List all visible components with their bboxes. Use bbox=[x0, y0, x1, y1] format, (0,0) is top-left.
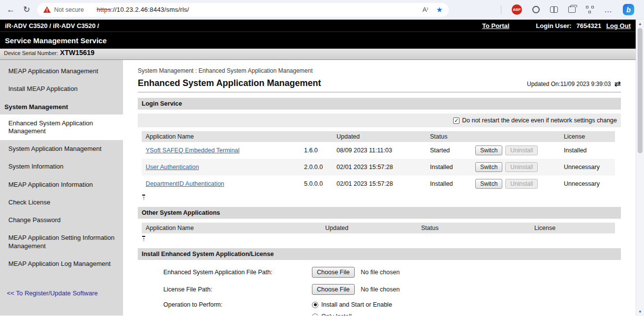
favorite-star-icon[interactable]: ★ bbox=[436, 5, 443, 14]
table-row-departmentid-authentication: DepartmentID Authentication 5.0.0.0 02/0… bbox=[142, 175, 615, 192]
app-status: Installed bbox=[426, 180, 471, 187]
column-header-actions bbox=[471, 131, 560, 142]
browser-menu-icon[interactable]: … bbox=[604, 5, 613, 14]
app-license: Unnecessary bbox=[560, 164, 615, 171]
update-refresh-icon[interactable]: ⇄ bbox=[614, 79, 621, 88]
main-content: System Management : Enhanced System Appl… bbox=[123, 60, 636, 316]
serial-value: XTW15619 bbox=[60, 49, 94, 57]
table-row-user-authentication: User Authentication 2.0.0.0 02/01 2023 1… bbox=[142, 159, 615, 175]
refresh-button[interactable]: ↻ bbox=[19, 4, 34, 15]
to-top-icon[interactable]: ↑ bbox=[142, 195, 145, 201]
uninstall-button[interactable]: Uninstall bbox=[505, 145, 538, 155]
other-applications-table-header: Application Name Updated Status License bbox=[142, 223, 615, 233]
install-section-heading: Install Enhanced System Application/Lice… bbox=[138, 248, 621, 260]
column-header-updated: Updated bbox=[333, 131, 426, 142]
sidebar-item-system-application-management[interactable]: System Application Management bbox=[0, 140, 123, 158]
do-not-restart-checkbox[interactable]: ✓ bbox=[453, 117, 460, 124]
sidebar-item-meap-application-management[interactable]: MEAP Application Management bbox=[0, 62, 123, 80]
operation-to-perform-label: Operation to Perform: bbox=[163, 301, 312, 308]
app-link-ysoft-safeq[interactable]: YSoft SAFEQ Embedded Terminal bbox=[146, 147, 240, 154]
sidebar-item-meap-application-setting-information-management[interactable]: MEAP Application Setting Information Man… bbox=[0, 229, 123, 255]
sidebar-item-install-meap-application[interactable]: Install MEAP Application bbox=[0, 80, 123, 98]
column-header-status: Status bbox=[417, 223, 496, 233]
app-version: 2.0.0.0 bbox=[300, 164, 333, 171]
sidebar: MEAP Application Management Install MEAP… bbox=[0, 60, 123, 316]
sidebar-item-meap-application-log-management[interactable]: MEAP Application Log Management bbox=[0, 255, 123, 273]
other-applications-table: Application Name Updated Status License bbox=[142, 223, 615, 233]
switch-button[interactable]: Switch bbox=[475, 145, 502, 155]
register-update-software-link[interactable]: << To Register/Update Software bbox=[0, 285, 123, 302]
url-scheme: https bbox=[96, 6, 111, 13]
sms-page: iR-ADV C3520 / iR-ADV C3520 / To Portal … bbox=[0, 20, 636, 316]
app-file-path-label: Enhanced System Application File Path: bbox=[163, 269, 312, 276]
uninstall-button[interactable]: Uninstall bbox=[505, 162, 538, 172]
device-titlebar: iR-ADV C3520 / iR-ADV C3520 / To Portal … bbox=[0, 20, 636, 31]
app-link-user-authentication[interactable]: User Authentication bbox=[146, 164, 199, 171]
not-secure-warning-icon bbox=[43, 6, 51, 13]
app-status: Started bbox=[426, 147, 471, 154]
read-aloud-icon[interactable]: A⁾ bbox=[423, 6, 429, 13]
radio-install-and-start-label: Install and Start or Enable bbox=[321, 301, 392, 308]
app-version: 1.6.0 bbox=[300, 147, 333, 154]
app-link-departmentid-authentication[interactable]: DepartmentID Authentication bbox=[146, 180, 224, 187]
breadcrumb: System Management : Enhanced System Appl… bbox=[138, 67, 621, 74]
address-bar[interactable]: Not secure https://10.23.2.46:8443/sms/r… bbox=[37, 3, 449, 17]
switch-button[interactable]: Switch bbox=[475, 179, 502, 189]
app-updated: 02/01 2023 15:57:28 bbox=[333, 180, 426, 187]
scroll-down-icon[interactable]: ▼ bbox=[636, 308, 644, 316]
login-service-heading: Login Service bbox=[138, 98, 621, 110]
collections-icon[interactable] bbox=[568, 6, 576, 13]
app-status: Installed bbox=[426, 164, 471, 171]
split-screen-icon[interactable] bbox=[550, 6, 558, 13]
column-header-license: License bbox=[530, 223, 615, 233]
app-license: Installed bbox=[560, 147, 615, 154]
login-service-table: Application Name Updated Status License … bbox=[142, 131, 615, 192]
scroll-up-icon[interactable]: ▲ bbox=[636, 20, 644, 28]
sidebar-item-enhanced-system-application-management[interactable]: Enhanced System Application Management bbox=[0, 115, 123, 141]
sidebar-item-change-password[interactable]: Change Password bbox=[0, 211, 123, 229]
install-form: Enhanced System Application File Path: C… bbox=[163, 267, 621, 316]
file-status-license: No file chosen bbox=[361, 286, 399, 293]
serial-label: Device Serial Number: bbox=[4, 50, 58, 56]
switch-button[interactable]: Switch bbox=[475, 162, 502, 172]
app-updated: 02/01 2023 15:57:28 bbox=[333, 164, 426, 171]
choose-file-button-application[interactable]: Choose File bbox=[312, 267, 355, 278]
column-header-updated: Updated bbox=[321, 223, 417, 233]
not-secure-label: Not secure bbox=[54, 6, 84, 13]
do-not-restart-label: Do not restart the device even if networ… bbox=[462, 117, 617, 124]
updated-on-label: Updated On:11/09 2023 9:39:03 bbox=[527, 81, 611, 87]
app-license: Unnecessary bbox=[560, 180, 615, 187]
column-header-application-name: Application Name bbox=[142, 131, 333, 142]
radio-only-install-label: Only Install bbox=[321, 313, 352, 316]
device-path: iR-ADV C3520 / iR-ADV C3520 / bbox=[5, 22, 99, 29]
to-portal-link[interactable]: To Portal bbox=[482, 22, 509, 29]
back-button[interactable]: ← bbox=[3, 5, 19, 15]
to-top-icon[interactable]: ↑ bbox=[142, 236, 145, 242]
radio-only-install[interactable] bbox=[312, 314, 318, 316]
browser-toolbar: ← ↻ Not secure https://10.23.2.46:8443/s… bbox=[0, 0, 644, 20]
login-user-value: 7654321 bbox=[577, 22, 602, 29]
sidebar-item-check-license[interactable]: Check License bbox=[0, 194, 123, 211]
uninstall-button[interactable]: Uninstall bbox=[505, 179, 538, 189]
service-title-bar: Service Management Service bbox=[0, 31, 636, 49]
extension-icon[interactable] bbox=[532, 6, 540, 13]
adblock-extension-icon[interactable]: ABP bbox=[512, 4, 522, 15]
sidebar-item-meap-application-information[interactable]: MEAP Application Information bbox=[0, 176, 123, 194]
url-rest: ://10.23.2.46:8443/sms/rls/ bbox=[111, 6, 189, 13]
restart-checkbox-row: ✓ Do not restart the device even if netw… bbox=[138, 114, 621, 127]
choose-file-button-license[interactable]: Choose File bbox=[312, 284, 355, 295]
login-service-table-header: Application Name Updated Status License bbox=[142, 131, 615, 142]
sidebar-item-system-information[interactable]: System Information bbox=[0, 158, 123, 175]
sidebar-section-system-management: System Management bbox=[0, 98, 123, 115]
toolbar-divider bbox=[501, 5, 501, 14]
vertical-scrollbar[interactable]: ▲ ▼ bbox=[636, 20, 644, 316]
copilot-icon[interactable]: b bbox=[623, 4, 634, 15]
logout-link[interactable]: Log Out bbox=[606, 22, 631, 29]
browser-extension-area: ABP … b bbox=[449, 4, 641, 15]
login-user-label: Login User: bbox=[536, 22, 571, 29]
radio-install-and-start[interactable] bbox=[312, 302, 318, 308]
scrollbar-thumb[interactable] bbox=[638, 28, 643, 153]
workspaces-icon[interactable] bbox=[586, 6, 594, 13]
page-title: Enhanced System Application Management bbox=[138, 78, 321, 88]
license-file-path-label: License File Path: bbox=[163, 286, 312, 293]
